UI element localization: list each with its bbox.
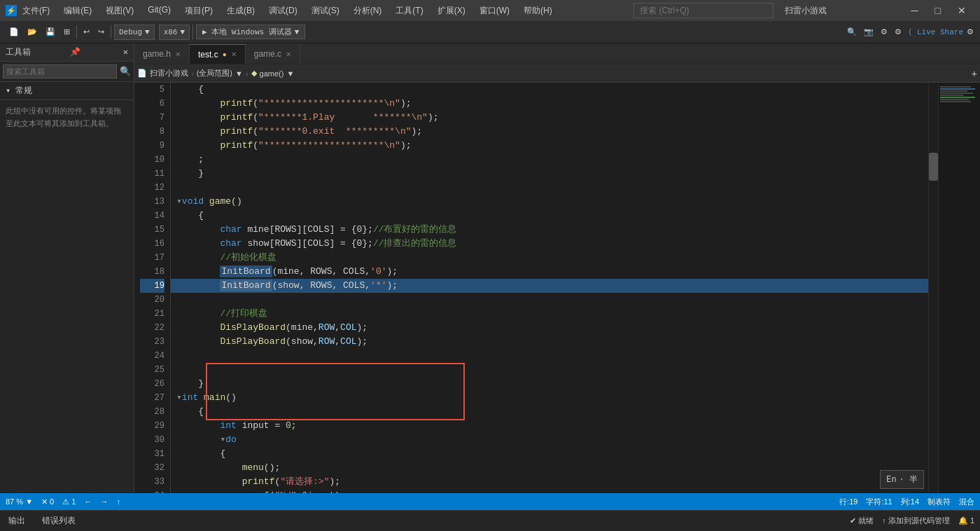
scrollbar-thumb[interactable] (929, 153, 938, 181)
code-content[interactable]: { printf("**********************\n"); pr… (171, 83, 928, 493)
code-line-9[interactable]: printf("**********************\n"); (171, 139, 928, 153)
code-line-16[interactable]: char show[ROWS][COLS] = {0};//排查出的雷的信息 (171, 237, 928, 251)
status-nav-fwd[interactable]: → (100, 497, 108, 506)
new-file-button[interactable]: 📄 (6, 25, 22, 39)
toolbox-general-section[interactable]: ▾ 常规 (0, 82, 134, 100)
tab-game-c[interactable]: game.c ✕ (246, 44, 300, 64)
status-listnum[interactable]: 列:14 (901, 497, 919, 507)
menu-file[interactable]: 文件(F) (17, 4, 55, 18)
toolbox-search-icon[interactable]: 🔍 (120, 66, 131, 77)
menu-analyze[interactable]: 分析(N) (348, 4, 388, 18)
tab-test-c-close[interactable]: ✕ (231, 50, 237, 58)
search-toolbar-button[interactable]: 🔍 (844, 25, 860, 39)
arch-dropdown[interactable]: x86 ▼ (159, 25, 190, 40)
menu-help[interactable]: 帮助(H) (518, 4, 558, 18)
status-warnings[interactable]: ⚠ 1 (62, 497, 76, 506)
menu-window[interactable]: 窗口(W) (474, 4, 515, 18)
save-button[interactable]: 💾 (42, 25, 59, 39)
code-line-31[interactable]: { (171, 447, 928, 461)
code-line-33[interactable]: printf("请选择:>"); (171, 475, 928, 489)
code-line-25[interactable] (171, 363, 928, 377)
panel-tab-output[interactable]: 输出 (6, 513, 28, 528)
toolbox-search-input[interactable] (3, 64, 117, 78)
nav-file[interactable]: 📄 扫雷小游戏 (137, 68, 188, 78)
tab-test-c[interactable]: test.c ● ✕ (190, 44, 246, 64)
menu-edit[interactable]: 编辑(E) (58, 4, 97, 18)
fold-arrow-27[interactable]: ▾ (176, 392, 182, 403)
code-line-30[interactable]: ▾do (171, 433, 928, 447)
ln-31: 31 (140, 447, 164, 461)
status-encoding[interactable]: 混合 (959, 497, 974, 507)
status-tab-mode[interactable]: 制表符 (927, 497, 951, 507)
ime-indicator[interactable]: En · 半 (880, 470, 924, 489)
nav-add-button[interactable]: + (972, 68, 977, 79)
tools-button1[interactable]: ⚙ (877, 25, 891, 39)
code-line-34[interactable]: scanf("%d",&input); (171, 489, 928, 493)
menu-debug[interactable]: 调试(D) (263, 4, 303, 18)
nav-scope[interactable]: (全局范围) ▼ (197, 68, 243, 78)
redo-button[interactable]: ↪ (94, 25, 108, 39)
code-line-5[interactable]: { (171, 83, 928, 97)
menu-tools[interactable]: 工具(T) (390, 4, 428, 18)
tab-game-h[interactable]: game.h ✕ (134, 44, 190, 64)
save-all-button[interactable]: ⊞ (60, 25, 74, 39)
status-zoom[interactable]: 87 % ▼ (6, 497, 33, 506)
code-line-22[interactable]: DisPlayBoard(mine,ROW,COL); (171, 321, 928, 335)
code-line-28[interactable]: { (171, 405, 928, 419)
open-button[interactable]: 📂 (24, 25, 41, 39)
maximize-button[interactable]: □ (927, 0, 949, 21)
run-button[interactable]: ▶ 本地 Windows 调试器 ▼ (196, 25, 305, 39)
debug-mode-dropdown[interactable]: Debug ▼ (114, 25, 155, 40)
code-line-14[interactable]: { (171, 209, 928, 223)
menu-git[interactable]: Git(G) (142, 4, 176, 18)
code-line-18[interactable]: InitBoard(mine, ROWS, COLS,'0'); (171, 265, 928, 279)
code-line-6[interactable]: printf("**********************\n"); (171, 97, 928, 111)
code-line-24[interactable] (171, 349, 928, 363)
menu-bar[interactable]: 文件(F) 编辑(E) 视图(V) Git(G) 项目(P) 生成(B) 调试(… (17, 4, 558, 18)
code-line-23[interactable]: DisPlayBoard(show,ROW,COL); (171, 335, 928, 349)
menu-project[interactable]: 项目(P) (179, 4, 218, 18)
code-line-26[interactable]: } (171, 377, 928, 391)
title-search-input[interactable] (634, 3, 774, 18)
panel-tab-errors[interactable]: 错误列表 (39, 513, 78, 528)
toolbox-close-icon[interactable]: ✕ (123, 47, 128, 57)
code-line-29[interactable]: int input = 0; (171, 419, 928, 433)
undo-button[interactable]: ↩ (80, 25, 93, 39)
status-errors[interactable]: ✕ 0 (41, 497, 54, 506)
code-line-32[interactable]: menu(); (171, 461, 928, 475)
tab-game-h-close[interactable]: ✕ (175, 50, 181, 58)
status-nav-back[interactable]: ← (84, 497, 92, 506)
close-button[interactable]: ✕ (949, 0, 974, 21)
nav-func[interactable]: ◆ game() ▼ (251, 69, 295, 78)
menu-test[interactable]: 测试(S) (306, 4, 345, 18)
code-line-8[interactable]: printf("*******0.exit *********\n"); (171, 125, 928, 139)
add-to-source-control[interactable]: ↑ 添加到源代码管理 (882, 516, 950, 526)
code-line-13[interactable]: ▾void game() (171, 195, 928, 209)
live-share-button[interactable]: ⟨ Live Share (908, 27, 963, 36)
fold-arrow-13[interactable]: ▾ (176, 196, 182, 207)
menu-build[interactable]: 生成(B) (221, 4, 260, 18)
code-line-17[interactable]: //初始化棋盘 (171, 251, 928, 265)
code-line-15[interactable]: char mine[ROWS][COLS] = {0};//布置好的雷的信息 (171, 223, 928, 237)
code-line-11[interactable]: } (171, 167, 928, 181)
notifications-bell[interactable]: 🔔 1 (958, 516, 974, 525)
menu-extensions[interactable]: 扩展(X) (432, 4, 471, 18)
code-line-12[interactable] (171, 181, 928, 195)
scrollbar-track[interactable] (928, 83, 938, 493)
status-row[interactable]: 行:19 (839, 497, 858, 507)
code-line-19[interactable]: InitBoard(show, ROWS, COLS,'*'); (171, 279, 928, 293)
status-col[interactable]: 字符:11 (866, 497, 892, 507)
code-line-21[interactable]: //打印棋盘 (171, 307, 928, 321)
code-line-20[interactable] (171, 293, 928, 307)
status-nav-up[interactable]: ↑ (116, 497, 120, 506)
tab-game-c-close[interactable]: ✕ (286, 50, 291, 58)
code-line-27[interactable]: ▾int main() (171, 391, 928, 405)
toolbox-pin-icon[interactable]: 📌 (70, 47, 80, 57)
minimize-button[interactable]: ─ (903, 0, 927, 21)
code-line-7[interactable]: printf("*******1.Play *******\n"); (171, 111, 928, 125)
settings-button[interactable]: ⚙ (963, 25, 977, 39)
tools-button2[interactable]: ⚙ (891, 25, 905, 39)
code-line-10[interactable]: ; (171, 153, 928, 167)
menu-view[interactable]: 视图(V) (100, 4, 139, 18)
camera-button[interactable]: 📷 (860, 25, 877, 39)
